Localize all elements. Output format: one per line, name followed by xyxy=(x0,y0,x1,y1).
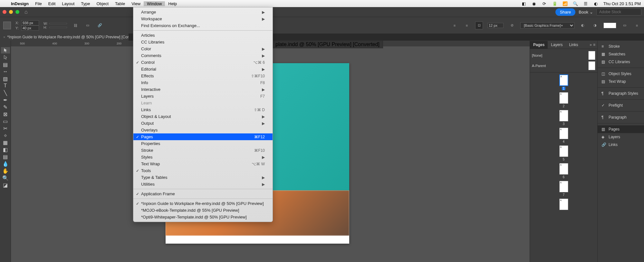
menu-file[interactable]: File xyxy=(32,1,45,6)
menu-layout[interactable]: Layout xyxy=(59,1,78,6)
siri-icon[interactable]: ◐ xyxy=(593,1,599,6)
dock-paragraph[interactable]: ¶Paragraph xyxy=(598,113,644,121)
rectangle-tool[interactable]: ▭ xyxy=(1,118,10,124)
menu-item-find-extensions-on-exchange-[interactable]: Find Extensions on Exchange... xyxy=(133,22,273,29)
menu-item-workspace[interactable]: Workspace▶ xyxy=(133,15,273,22)
gradient-swatch-tool[interactable]: ▦ xyxy=(1,139,10,146)
menu-item-overlays[interactable]: Overlays xyxy=(133,127,273,133)
page-tool[interactable]: ▤ xyxy=(1,61,10,68)
menu-type[interactable]: Type xyxy=(78,1,93,6)
page-thumb-2[interactable]: A xyxy=(559,92,568,104)
effects-fill-icon[interactable]: ◐ xyxy=(579,22,587,29)
content-collector-tool[interactable]: ▧ xyxy=(1,75,10,82)
spotlight-icon[interactable]: 🔍 xyxy=(572,1,578,6)
menu-item-control[interactable]: ✓Control⌥⌘ 6 xyxy=(133,59,273,66)
collapse-panel-icon[interactable]: » xyxy=(590,43,592,47)
menu-item-cc-libraries[interactable]: CC Libraries xyxy=(133,39,273,45)
close-tab-icon[interactable]: × xyxy=(3,35,5,39)
gap-tool[interactable]: ↔ xyxy=(1,68,10,75)
master-none[interactable]: [None] xyxy=(532,50,595,61)
panel-tab-links[interactable]: Links xyxy=(566,41,581,49)
gradient-feather-tool[interactable]: ◧ xyxy=(1,146,10,153)
menu-item-layers[interactable]: LayersF7 xyxy=(133,93,273,100)
dock-layers[interactable]: ◈Layers xyxy=(598,133,644,141)
menu-item-type-tables[interactable]: Type & Tables▶ xyxy=(133,174,273,181)
panel-menu-icon[interactable]: ≡ xyxy=(593,43,595,47)
direct-selection-tool[interactable] xyxy=(1,54,10,61)
free-transform-tool[interactable]: ⟐ xyxy=(1,132,10,139)
menu-item--mojo-ebook-template-indd-55-gpu-preview-[interactable]: *MOJO-eBook-Template.indd @ 55% [GPU Pre… xyxy=(133,207,273,214)
zoom-window-button[interactable] xyxy=(15,10,19,14)
menu-item-comments[interactable]: Comments▶ xyxy=(133,52,273,59)
hand-tool[interactable]: ✋ xyxy=(1,168,10,174)
screen-mode-icon[interactable]: ▭ xyxy=(621,22,629,29)
eyedropper-tool[interactable]: 💧 xyxy=(1,160,10,167)
effects-stroke-icon[interactable]: ◑ xyxy=(591,22,599,29)
dock-cc-libraries[interactable]: ▧CC Libraries xyxy=(598,58,644,66)
fill-swatch[interactable] xyxy=(603,23,616,28)
home-icon[interactable]: ⌂ xyxy=(24,9,28,15)
menu-item-tools[interactable]: ✓Tools xyxy=(133,167,273,174)
share-button[interactable]: Share xyxy=(555,8,576,16)
menu-item-application-frame[interactable]: ✓Application Frame xyxy=(133,190,273,197)
master-a-parent[interactable]: A-Parent xyxy=(532,61,595,71)
dock-links[interactable]: 🔗Links xyxy=(598,141,644,149)
menu-item--inpixon-guide-to-workplace-re-entry-indd-50-gpu-preview-[interactable]: ✓*Inpixon Guide to Workplace Re-entry.in… xyxy=(133,200,273,207)
menubar-datetime[interactable]: Thu Oct 20 1:51 PM xyxy=(603,1,641,6)
menu-item-editorial[interactable]: Editorial▶ xyxy=(133,66,273,73)
page-thumb-6[interactable]: A xyxy=(559,163,568,175)
menu-item-interactive[interactable]: Interactive▶ xyxy=(133,86,273,93)
line-tool[interactable]: ╲ xyxy=(1,90,10,96)
menu-object[interactable]: Object xyxy=(93,1,112,6)
menu-item-effects[interactable]: Effects⇧⌘F10 xyxy=(133,73,273,79)
page-thumb-1[interactable]: A xyxy=(559,74,568,86)
menu-item-properties[interactable]: Properties xyxy=(133,140,273,147)
notification-icon[interactable]: ◧ xyxy=(521,1,527,6)
fill-stroke-toggle[interactable]: ◪ xyxy=(1,182,10,188)
menu-item-arrange[interactable]: Arrange▶ xyxy=(133,9,273,15)
menu-window[interactable]: Window xyxy=(144,1,165,6)
rectangle-frame-tool[interactable]: ⊠ xyxy=(1,111,10,117)
page-thumb-8[interactable]: A xyxy=(559,199,568,210)
constrain-icon[interactable]: ⛓ xyxy=(72,22,79,29)
menu-item-articles[interactable]: Articles xyxy=(133,32,273,39)
circle-icon[interactable]: ◉ xyxy=(531,1,537,6)
menu-view[interactable]: View xyxy=(128,1,144,6)
menu-item-utilities[interactable]: Utilities▶ xyxy=(133,181,273,188)
y-field[interactable]: 40 px xyxy=(21,25,39,31)
menu-item-color[interactable]: Color▶ xyxy=(133,45,273,52)
menu-item-object-layout[interactable]: Object & Layout▶ xyxy=(133,113,273,120)
menu-table[interactable]: Table xyxy=(112,1,128,6)
sync-icon[interactable]: ⟳ xyxy=(542,1,547,6)
menu-item-output[interactable]: Output▶ xyxy=(133,120,273,127)
zoom-tool[interactable]: 🔍 xyxy=(1,175,10,181)
link-icon[interactable]: 🔗 xyxy=(96,22,104,29)
document-tab-2[interactable]: plate.indd @ 50% [GPU Preview] [Converte… xyxy=(272,41,383,48)
wrap-around-icon[interactable]: ⊡ xyxy=(475,22,483,29)
dock-text-wrap[interactable]: ▤Text Wrap xyxy=(598,78,644,85)
wifi-icon[interactable]: 📶 xyxy=(562,1,568,6)
type-tool[interactable]: T xyxy=(1,82,10,89)
menu-item-pages[interactable]: ✓Pages⌘F12 xyxy=(133,133,273,140)
note-tool[interactable]: ▤ xyxy=(1,153,10,160)
menu-help[interactable]: Help xyxy=(165,1,180,6)
clear-wrap-icon[interactable]: ⊘ xyxy=(508,22,516,29)
dock-preflight[interactable]: ✓Preflight xyxy=(598,102,644,109)
page-thumb-3[interactable]: A xyxy=(559,110,568,121)
object-style-dropdown[interactable]: [Basic Graphics Frame]+ xyxy=(520,22,574,29)
size-field[interactable]: 12 px xyxy=(487,23,504,28)
panel-tab-layers[interactable]: Layers xyxy=(548,41,566,49)
menu-item-text-wrap[interactable]: Text Wrap⌥⌘ W xyxy=(133,160,273,167)
selection-tool[interactable] xyxy=(1,47,10,53)
fitting-icon[interactable]: ▭ xyxy=(84,22,91,29)
pencil-tool[interactable]: ✎ xyxy=(1,104,10,110)
page-thumb-5[interactable]: A xyxy=(559,145,568,157)
x-field[interactable]: 938 px xyxy=(21,20,39,25)
reference-point-grid[interactable] xyxy=(3,22,11,29)
dock-swatches[interactable]: ▦Swatches xyxy=(598,50,644,58)
w-field[interactable] xyxy=(49,23,67,24)
panel-menu-icon[interactable]: ≡ xyxy=(633,22,641,29)
adobe-stock-search[interactable] xyxy=(596,8,641,15)
page-thumb-4[interactable]: A xyxy=(559,128,568,139)
panel-tab-pages[interactable]: Pages xyxy=(530,41,548,49)
